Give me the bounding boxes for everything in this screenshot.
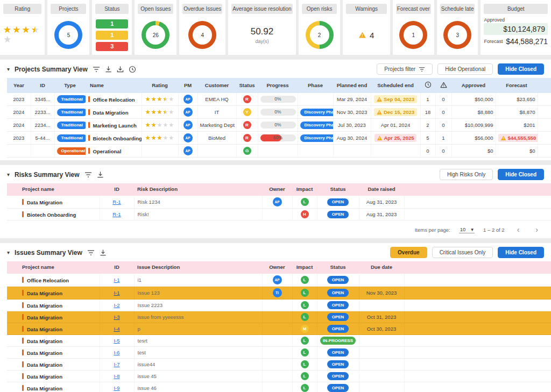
items-per-page-select[interactable]: 10▾ [459,226,475,233]
next-page-chevron[interactable]: › [532,225,542,234]
issue-status: IN-PROGRESS [317,335,359,347]
project-row: 20242233...TraditionalData Migration★★★★… [7,106,551,119]
issue-impact: L [292,300,317,311]
star-icon: ★★ [31,25,39,34]
risk-id: R-1 [100,209,134,220]
progress-bar: 60% [260,134,296,141]
issue-id-link[interactable]: I-1 [114,277,119,283]
filter-icon[interactable] [87,250,95,256]
project-phase: Discovery Phase [298,106,333,119]
pm-avatar: AP [183,120,193,130]
star-icon: ★★ [157,122,163,128]
download-icon[interactable] [97,171,104,178]
projects-column-header: ID [31,78,54,93]
overdue-button[interactable]: Overdue [390,247,427,258]
risk-row: Data MigrationR-1Risk 1234APLOPENAug 31,… [7,196,551,209]
history-clock-icon[interactable] [129,66,136,73]
kpi-budget-label: Budget [484,4,548,14]
budget-forecast-value: $44,588,271 [506,37,548,46]
issue-id-link[interactable]: I-5 [114,338,119,344]
projects-column-header: Year [7,78,31,93]
rating-stars: ★★★★★★★★★★ [145,135,174,141]
issue-status: OPEN [317,287,359,300]
risk-id-link[interactable]: R-1 [112,199,121,205]
issue-id-link[interactable]: I-3 [114,314,119,320]
project-warnings-count: 0 [435,106,451,119]
project-color-bar [88,135,90,141]
issue-status: OPEN [317,274,359,287]
progress-bar: 0% [260,96,296,103]
collapse-caret-icon[interactable]: ▾ [7,66,10,72]
prev-page-chevron[interactable]: ‹ [513,225,524,234]
export-icon[interactable] [117,66,124,73]
impact-indicator: L [301,360,309,368]
issue-date: Oct 31, 2023 [359,311,404,323]
risk-id-link[interactable]: R-1 [112,211,121,217]
project-progress: 0% [258,106,298,119]
issue-project-name: Data Migration [7,370,100,382]
progress-label: 60% [260,134,296,141]
risk-row: Biotech OnboardingR-1Risk!HOPENAug 31, 2… [7,209,551,220]
open-issues-count: 26 [153,32,159,38]
risk-date: Aug 31, 2023 [359,209,404,220]
kpi-open-risks-card: Open risks 2 [299,0,341,55]
project-type-badge: Traditional [57,109,86,117]
project-color-bar [22,290,24,296]
collapse-caret-icon[interactable]: ▾ [7,250,10,255]
project-open-issues-count: 2 [420,119,435,132]
project-id: 2234... [31,119,54,132]
issue-id-link[interactable]: I-9 [114,385,119,391]
filter-icon[interactable] [93,66,100,73]
issue-id: I-3 [100,311,134,323]
project-open-issues-count: 18 [420,106,435,119]
kpi-status-label: Status [95,4,129,14]
project-status: G [236,145,258,158]
project-row: OperationalOperationalAPG00$0$0$0 (0%) [7,145,551,158]
star-icon: ★★ [168,135,174,141]
project-type: Operational [54,145,86,158]
project-phase [298,93,333,106]
hide-operational-button[interactable]: Hide Operational [437,63,493,75]
impact-indicator: L [301,198,309,206]
collapse-caret-icon[interactable]: ▾ [7,172,10,177]
projects-filter-button[interactable]: Projects filter [377,63,433,75]
warning-triangle-icon [377,136,383,140]
risks-column-header [404,183,551,196]
issue-id-link[interactable]: I-4 [114,326,119,332]
status-bars: 113 [95,19,129,51]
download-icon[interactable] [105,66,112,73]
impact-indicator: L [301,313,309,321]
project-color-bar [22,338,24,344]
issue-owner [262,311,292,323]
issue-id-link[interactable]: I-6 [114,350,119,355]
hide-closed-button[interactable]: Hide Closed [498,63,544,75]
issue-date [359,370,404,382]
hide-closed-button[interactable]: Hide Closed [498,169,544,180]
issue-date: Nov 30, 2023 [359,287,404,300]
empty-filler-cell [404,196,551,209]
status-indicator: R [243,134,251,142]
critical-issues-only-button[interactable]: Critical Issues Only [432,247,493,258]
star-icon: ★★ [157,109,163,115]
ppm-dashboard: { "icons": { "caret_down": "▾", "chevron… [0,0,551,392]
hide-closed-button[interactable]: Hide Closed [498,247,544,258]
warnings-count-column-icon [435,78,451,93]
project-color-bar [88,96,90,102]
issue-id-link[interactable]: I-1 [114,290,119,296]
issue-id-link[interactable]: I-7 [114,361,119,367]
project-pm: AP [178,145,197,158]
projects-column-header: Phase [298,78,333,93]
kpi-avg-resolution-label: Average issue resolution [231,4,292,14]
impact-indicator: L [301,372,309,380]
project-color-bar [22,277,24,283]
issues-column-header: Project name [7,261,100,274]
filter-icon[interactable] [84,172,92,178]
high-risks-only-button[interactable]: High Risks Only [440,169,493,180]
status-badge: OPEN [327,211,349,219]
issue-id-link[interactable]: I-8 [114,373,119,379]
issue-id-link[interactable]: I-2 [114,302,119,308]
risks-column-header: Date raised [359,183,404,196]
download-icon[interactable] [100,249,107,256]
project-name: Marketing Launch [86,119,142,132]
risks-table-header: Project nameIDRisk DescriptionOwnerImpac… [7,183,551,196]
